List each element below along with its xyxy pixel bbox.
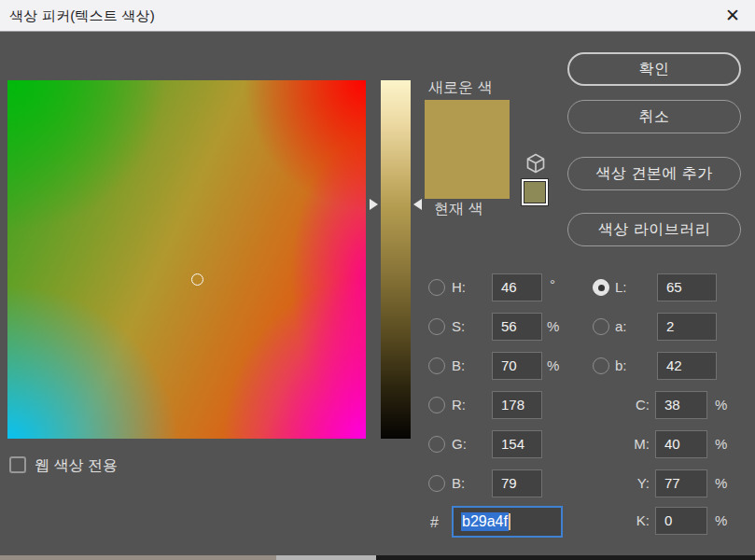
b-lab-label: b: xyxy=(615,352,627,380)
a-label: a: xyxy=(615,313,627,341)
b-blue-input[interactable]: 79 xyxy=(492,469,542,497)
color-field-marker[interactable] xyxy=(191,273,203,286)
r-input[interactable]: 178 xyxy=(492,391,542,419)
slider-arrow-right-icon[interactable] xyxy=(413,199,422,210)
color-preview xyxy=(425,100,510,199)
b-brightness-unit: % xyxy=(547,352,559,380)
m-unit: % xyxy=(715,430,727,458)
window-title: 색상 피커(텍스트 색상) xyxy=(9,0,155,31)
background-strip xyxy=(276,555,376,560)
hex-input[interactable]: b29a4f xyxy=(452,506,563,538)
radio-r[interactable] xyxy=(428,397,445,413)
h-label: H: xyxy=(452,273,466,301)
g-label: G: xyxy=(452,430,467,458)
y-label: Y: xyxy=(618,469,650,497)
s-unit: % xyxy=(547,313,559,341)
r-label: R: xyxy=(452,391,466,419)
b-brightness-input[interactable]: 70 xyxy=(492,352,542,380)
radio-l[interactable] xyxy=(593,279,609,296)
close-icon: ✕ xyxy=(725,5,740,26)
web-colors-only-checkbox[interactable] xyxy=(9,456,26,473)
text-caret xyxy=(509,513,510,530)
new-color-label: 새로운 색 xyxy=(428,78,492,98)
background-strip xyxy=(0,555,276,560)
b-blue-label: B: xyxy=(452,469,465,497)
web-gamut-cube-icon[interactable] xyxy=(524,152,547,175)
radio-b-blue[interactable] xyxy=(428,475,445,492)
close-button[interactable]: ✕ xyxy=(716,0,749,31)
web-colors-only-label: 웹 색상 전용 xyxy=(35,456,118,476)
radio-b-lab[interactable] xyxy=(593,357,609,374)
color-picker-dialog: 색상 피커(텍스트 색상) ✕ 새로운 색 현재 색 확인 취소 색상 견본에 … xyxy=(0,0,755,560)
m-label: M: xyxy=(618,430,650,458)
b-lab-input[interactable]: 42 xyxy=(657,352,717,380)
m-input[interactable]: 40 xyxy=(655,430,707,458)
y-unit: % xyxy=(715,469,727,497)
y-input[interactable]: 77 xyxy=(655,469,707,497)
color-libraries-button[interactable]: 색상 라이브러리 xyxy=(567,213,741,246)
radio-g[interactable] xyxy=(428,436,445,453)
c-unit: % xyxy=(715,391,727,419)
hex-prefix: # xyxy=(430,507,439,538)
h-input[interactable]: 46 xyxy=(492,273,542,301)
titlebar: 색상 피커(텍스트 색상) ✕ xyxy=(0,0,755,32)
c-input[interactable]: 38 xyxy=(655,391,707,419)
slider-arrow-left-icon[interactable] xyxy=(370,199,378,210)
radio-h[interactable] xyxy=(428,279,445,296)
k-label: K: xyxy=(618,507,650,535)
l-input[interactable]: 65 xyxy=(657,273,717,301)
new-color-swatch xyxy=(425,100,510,149)
cancel-button[interactable]: 취소 xyxy=(567,100,741,133)
s-input[interactable]: 56 xyxy=(492,313,542,341)
b-brightness-label: B: xyxy=(452,352,465,380)
a-input[interactable]: 2 xyxy=(657,313,717,341)
l-label: L: xyxy=(615,273,627,301)
radio-s[interactable] xyxy=(428,318,445,335)
add-to-swatches-button[interactable]: 색상 견본에 추가 xyxy=(567,157,741,190)
current-color-swatch[interactable] xyxy=(425,149,510,199)
radio-b-brightness[interactable] xyxy=(428,357,445,374)
websafe-color-swatch[interactable] xyxy=(521,178,549,206)
k-unit: % xyxy=(715,507,727,535)
hex-selected-text: b29a4f xyxy=(461,512,509,531)
c-label: C: xyxy=(618,391,650,419)
color-field[interactable] xyxy=(7,80,366,439)
ok-button[interactable]: 확인 xyxy=(567,52,741,86)
radio-a[interactable] xyxy=(593,318,609,335)
background-strip xyxy=(376,555,755,560)
current-color-label: 현재 색 xyxy=(434,200,482,219)
s-label: S: xyxy=(452,313,465,341)
k-input[interactable]: 0 xyxy=(655,507,707,535)
lightness-slider[interactable] xyxy=(381,80,411,439)
g-input[interactable]: 154 xyxy=(492,430,542,458)
websafe-color-inner xyxy=(524,182,545,203)
h-unit: ° xyxy=(550,271,555,299)
